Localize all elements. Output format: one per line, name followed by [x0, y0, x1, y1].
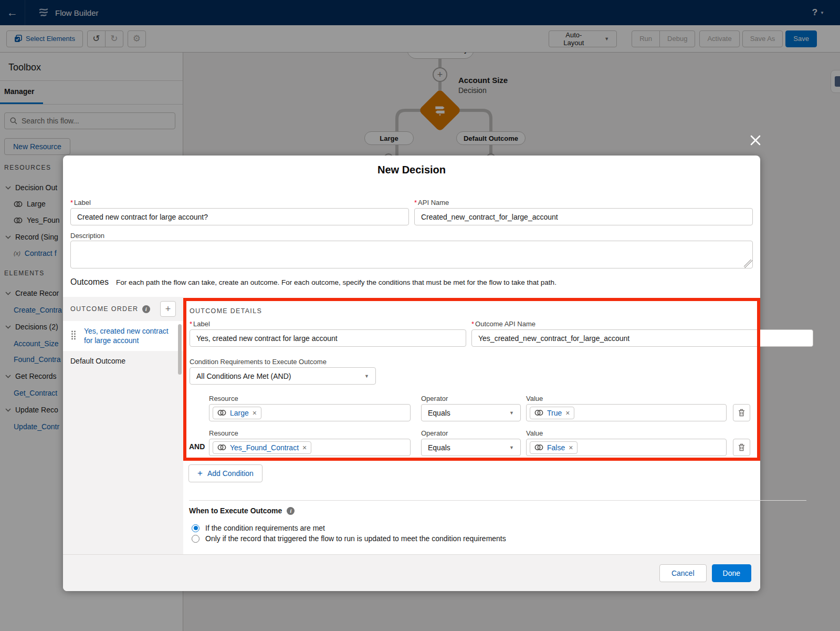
condition-1-value-input[interactable]: True × — [526, 404, 727, 421]
description-textarea[interactable] — [70, 241, 753, 268]
info-icon: i — [142, 305, 150, 313]
section-divider — [189, 500, 806, 501]
outcomes-heading: Outcomes — [70, 277, 109, 287]
required-mark: * — [190, 320, 192, 328]
token-label: False — [547, 443, 565, 452]
radio-unselected-icon[interactable] — [192, 535, 200, 543]
when-to-execute-heading: When to Execute Outcome i — [189, 506, 295, 515]
value-column-label: Value — [526, 395, 543, 402]
condition-requirements-select[interactable]: All Conditions Are Met (AND) ▼ — [190, 367, 376, 385]
outcome-label-input[interactable] — [190, 329, 466, 347]
condition-requirements-label: Condition Requirements to Execute Outcom… — [190, 358, 327, 366]
outcome-order-scrollbar[interactable] — [178, 324, 182, 375]
add-condition-button[interactable]: + Add Condition — [188, 464, 262, 482]
condition-2-operator-select[interactable]: Equals ▼ — [421, 439, 521, 456]
and-connector-label: AND — [189, 442, 205, 451]
plus-icon: + — [197, 468, 203, 479]
description-field-label: Description — [70, 232, 104, 240]
condition-1-operator-select[interactable]: Equals ▼ — [421, 404, 521, 421]
remove-token-icon[interactable]: × — [569, 443, 573, 452]
cancel-label: Cancel — [671, 569, 695, 577]
token-label: Large — [230, 409, 249, 417]
modal-close-button[interactable] — [748, 132, 763, 148]
radio-selected-icon[interactable] — [192, 524, 200, 532]
radio-label: Only if the record that triggered the fl… — [205, 534, 506, 543]
toggle-resource-icon — [217, 444, 226, 451]
operator-value: Equals — [428, 409, 450, 417]
decision-label-input[interactable] — [70, 208, 409, 225]
remove-token-icon[interactable]: × — [565, 409, 570, 417]
operator-column-label: Operator — [421, 395, 448, 402]
radio-condition-requirements-met[interactable]: If the condition requirements are met — [192, 524, 325, 532]
outcome-order-heading: OUTCOME ORDER — [70, 305, 138, 313]
outcome-order-item-default[interactable]: Default Outcome — [63, 351, 183, 371]
token-label: Yes_Found_Contract — [230, 443, 299, 452]
label-field-label: *Label — [70, 199, 91, 206]
outcome-order-item-active[interactable]: Yes, created new contract for large acco… — [63, 321, 183, 351]
outcome-api-field-label: *Outcome API Name — [471, 320, 536, 328]
decision-api-name-input[interactable] — [414, 208, 753, 225]
outcomes-header: Outcomes For each path the flow can take… — [70, 277, 556, 287]
cancel-button[interactable]: Cancel — [659, 564, 707, 582]
radio-record-updated[interactable]: Only if the record that triggered the fl… — [192, 534, 506, 543]
done-button[interactable]: Done — [712, 564, 751, 582]
condition-2-value-input[interactable]: False × — [526, 439, 727, 456]
flow-builder-app: ← Flow Builder ? ▼ Select Elements — [0, 0, 840, 631]
trash-icon — [738, 443, 745, 451]
plus-icon: + — [165, 304, 171, 315]
outcome-order-panel: OUTCOME ORDER i + Yes, created new contr… — [63, 297, 183, 554]
chevron-down-icon: ▼ — [364, 374, 369, 379]
resource-token: Large × — [213, 407, 261, 419]
close-icon — [749, 134, 762, 147]
delete-condition-1-button[interactable] — [733, 404, 750, 421]
value-token: True × — [530, 407, 574, 419]
token-label: True — [547, 409, 562, 417]
modal-footer: Cancel Done — [63, 554, 760, 591]
outcome-label-field-label: *Label — [190, 320, 210, 328]
operator-column-label: Operator — [421, 429, 448, 437]
chevron-down-icon: ▼ — [509, 410, 514, 416]
resource-column-label: Resource — [209, 395, 238, 402]
value-column-label: Value — [526, 429, 543, 437]
delete-condition-2-button[interactable] — [733, 439, 750, 456]
new-decision-modal: New Decision *Label *API Name Descriptio… — [63, 156, 760, 591]
add-condition-label: Add Condition — [207, 469, 254, 478]
toggle-resource-icon — [217, 409, 226, 416]
done-label: Done — [723, 569, 740, 577]
remove-token-icon[interactable]: × — [302, 443, 307, 452]
outcome-order-header: OUTCOME ORDER i + — [63, 297, 183, 321]
condition-1-resource-input[interactable]: Large × — [209, 404, 411, 421]
radio-label: If the condition requirements are met — [205, 524, 325, 532]
api-name-field-label: *API Name — [414, 199, 449, 206]
condition-2-resource-input[interactable]: Yes_Found_Contract × — [209, 439, 411, 456]
add-outcome-button[interactable]: + — [160, 301, 176, 317]
drag-handle-icon[interactable] — [71, 330, 76, 343]
outcome-order-item-label: Yes, created new contract for large acco… — [84, 327, 169, 345]
outcome-api-name-input[interactable] — [471, 329, 813, 347]
info-icon: i — [287, 507, 295, 515]
outcome-details-heading: OUTCOME DETAILS — [190, 307, 262, 315]
required-mark: * — [414, 199, 417, 206]
toggle-resource-icon — [534, 444, 543, 451]
outcome-order-item-label: Default Outcome — [70, 357, 125, 365]
remove-token-icon[interactable]: × — [253, 409, 257, 417]
operator-value: Equals — [428, 443, 450, 452]
chevron-down-icon: ▼ — [509, 445, 514, 450]
condition-requirements-value: All Conditions Are Met (AND) — [196, 372, 291, 380]
value-token: False × — [530, 441, 578, 454]
resource-token: Yes_Found_Contract × — [213, 441, 311, 454]
required-mark: * — [471, 320, 474, 328]
outcomes-description: For each path the flow can take, create … — [116, 278, 556, 286]
required-mark: * — [70, 199, 73, 206]
toggle-resource-icon — [534, 409, 543, 416]
modal-title: New Decision — [63, 164, 760, 176]
resource-column-label: Resource — [209, 429, 238, 437]
trash-icon — [738, 409, 745, 417]
